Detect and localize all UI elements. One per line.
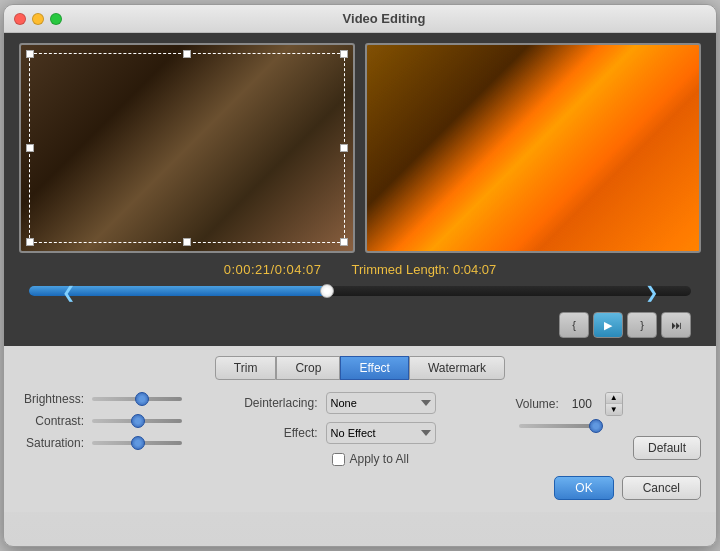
- play-button[interactable]: ▶: [593, 312, 623, 338]
- crop-handle-bl[interactable]: [26, 238, 34, 246]
- volume-label: Volume:: [509, 397, 559, 411]
- contrast-label: Contrast:: [19, 414, 84, 428]
- saturation-thumb[interactable]: [131, 436, 145, 450]
- right-panel: Volume: 100 ▲ ▼ Default: [499, 392, 701, 466]
- video-panel-right: [365, 43, 701, 253]
- crop-handle-tr[interactable]: [340, 50, 348, 58]
- window-controls: [14, 13, 62, 25]
- left-panel: Brightness: Contrast: Saturation:: [19, 392, 233, 466]
- brightness-thumb[interactable]: [135, 392, 149, 406]
- tabs-row: Trim Crop Effect Watermark: [19, 356, 701, 380]
- ok-button[interactable]: OK: [554, 476, 613, 500]
- apply-to-all-label[interactable]: Apply to All: [332, 452, 408, 466]
- crop-handle-br[interactable]: [340, 238, 348, 246]
- maximize-button[interactable]: [50, 13, 62, 25]
- deinterlacing-label: Deinterlacing:: [243, 396, 318, 410]
- timecode-bar: 0:00:21/0:04:07 Trimmed Length: 0:04:07: [19, 253, 701, 281]
- trimmed-length-text: Trimmed Length: 0:04:07: [352, 262, 497, 277]
- cancel-button[interactable]: Cancel: [622, 476, 701, 500]
- volume-value: 100: [567, 397, 597, 411]
- brightness-slider[interactable]: [92, 397, 182, 401]
- go-start-button[interactable]: {: [559, 312, 589, 338]
- effect-select[interactable]: No Effect Grayscale Sepia Invert: [326, 422, 436, 444]
- bottom-buttons: OK Cancel: [19, 476, 701, 500]
- crop-handle-rm[interactable]: [340, 144, 348, 152]
- titlebar: Video Editing: [4, 5, 716, 33]
- go-end-button[interactable]: }: [627, 312, 657, 338]
- volume-row: Volume: 100 ▲ ▼: [509, 392, 701, 416]
- volume-slider-thumb[interactable]: [589, 419, 603, 433]
- brightness-label: Brightness:: [19, 392, 84, 406]
- skip-end-button[interactable]: ⏭: [661, 312, 691, 338]
- contrast-slider[interactable]: [92, 419, 182, 423]
- apply-to-all-checkbox[interactable]: [332, 453, 345, 466]
- tab-watermark[interactable]: Watermark: [409, 356, 505, 380]
- saturation-row: Saturation:: [19, 436, 233, 450]
- scrubber-thumb[interactable]: [320, 284, 334, 298]
- close-button[interactable]: [14, 13, 26, 25]
- crop-handle-tm[interactable]: [183, 50, 191, 58]
- effect-row: Effect: No Effect Grayscale Sepia Invert: [243, 422, 499, 444]
- volume-stepper[interactable]: ▲ ▼: [605, 392, 623, 416]
- crop-handle-bm[interactable]: [183, 238, 191, 246]
- saturation-label: Saturation:: [19, 436, 84, 450]
- deinterlacing-select[interactable]: None Bob Blend Discard: [326, 392, 436, 414]
- contrast-row: Contrast:: [19, 414, 233, 428]
- scrubber-track[interactable]: ❮ ❯: [29, 286, 691, 296]
- crop-border-left: [29, 53, 345, 243]
- main-window: Video Editing: [3, 4, 717, 547]
- video-panels: [19, 43, 701, 253]
- volume-slider[interactable]: [519, 424, 599, 428]
- default-button[interactable]: Default: [633, 436, 701, 460]
- tab-trim[interactable]: Trim: [215, 356, 277, 380]
- minimize-button[interactable]: [32, 13, 44, 25]
- volume-down-button[interactable]: ▼: [606, 404, 622, 415]
- brightness-row: Brightness:: [19, 392, 233, 406]
- tab-crop[interactable]: Crop: [276, 356, 340, 380]
- crop-handle-lm[interactable]: [26, 144, 34, 152]
- current-timecode: 0:00:21/0:04:07: [224, 262, 322, 277]
- apply-all-row: Apply to All: [243, 452, 499, 466]
- saturation-slider[interactable]: [92, 441, 182, 445]
- contrast-thumb[interactable]: [131, 414, 145, 428]
- video-frame-right: [367, 45, 699, 251]
- crop-handle-tl[interactable]: [26, 50, 34, 58]
- tab-effect[interactable]: Effect: [340, 356, 408, 380]
- volume-slider-row: [509, 424, 701, 428]
- volume-up-button[interactable]: ▲: [606, 393, 622, 404]
- controls-area: Brightness: Contrast: Saturation:: [19, 392, 701, 466]
- timeline-start-marker[interactable]: ❮: [62, 283, 75, 302]
- timeline-end-marker[interactable]: ❯: [645, 283, 658, 302]
- center-panel: Deinterlacing: None Bob Blend Discard Ef…: [233, 392, 499, 466]
- bottom-section: Trim Crop Effect Watermark Brightness: C…: [4, 346, 716, 512]
- video-panel-left: [19, 43, 355, 253]
- window-title: Video Editing: [62, 11, 706, 26]
- video-section: 0:00:21/0:04:07 Trimmed Length: 0:04:07 …: [4, 33, 716, 346]
- scrubber-area[interactable]: ❮ ❯: [19, 281, 701, 312]
- effect-label: Effect:: [243, 426, 318, 440]
- deinterlacing-row: Deinterlacing: None Bob Blend Discard: [243, 392, 499, 414]
